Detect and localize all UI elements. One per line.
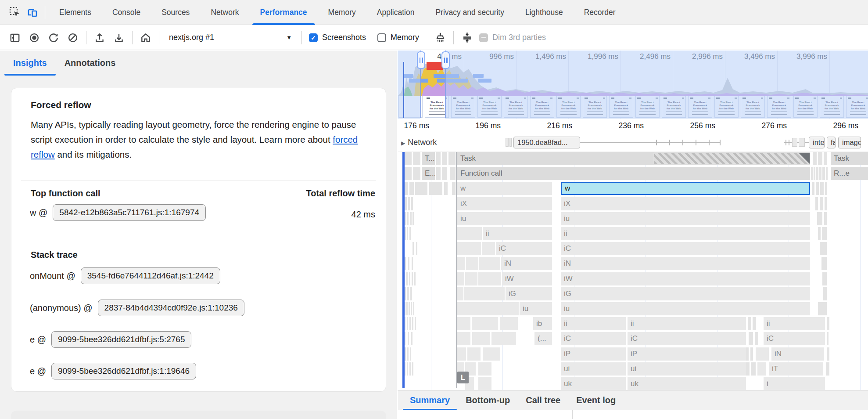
flame-fragment[interactable] (407, 317, 408, 330)
flame-fragment[interactable] (410, 212, 412, 225)
flame-event-functioncall[interactable]: Function call (457, 167, 810, 180)
flame-fragment[interactable] (408, 332, 409, 345)
flame-fragment[interactable] (464, 287, 505, 300)
flame-event-re[interactable]: R...e (831, 167, 868, 180)
flame-fragment[interactable] (746, 362, 750, 376)
flame-fragment[interactable] (825, 197, 827, 210)
tab-elements[interactable]: Elements (49, 0, 102, 25)
flame-fragment[interactable] (811, 167, 813, 180)
flame-event-ig[interactable]: iG (561, 287, 810, 300)
flame-fragment[interactable] (826, 167, 828, 180)
flame-fragment[interactable] (472, 317, 498, 330)
flame-event-ii[interactable]: ii (483, 227, 552, 240)
flame-fragment[interactable] (825, 182, 827, 195)
flame-fragment[interactable] (412, 257, 413, 270)
flame-fragment[interactable] (478, 377, 491, 390)
source-location-chip[interactable]: 9099-5bee326dd621dfbf.js:5:2765 (51, 331, 191, 348)
flame-chart[interactable]: T...TaskTaskE...Function callR...ewwiXiX… (398, 152, 868, 390)
tab-network[interactable]: Network (200, 0, 249, 25)
flame-event-ib[interactable]: ib (533, 317, 552, 330)
flame-fragment[interactable] (407, 212, 409, 225)
flame-fragment[interactable] (410, 287, 412, 300)
tab-summary[interactable]: Summary (402, 390, 458, 411)
flame-fragment[interactable] (407, 227, 408, 240)
flame-fragment[interactable] (412, 242, 414, 255)
flame-event-uk[interactable]: uk (628, 377, 746, 390)
tab-console[interactable]: Console (102, 0, 151, 25)
network-request-chip[interactable]: image (838, 137, 861, 148)
flame-fragment[interactable] (405, 347, 406, 361)
flame-event-in[interactable]: iN (771, 347, 824, 361)
flame-fragment[interactable] (824, 212, 827, 225)
flame-event-iw[interactable]: iW (502, 272, 552, 285)
network-request-chip[interactable]: 1950.dea8fad... (513, 137, 580, 148)
flame-fragment[interactable] (406, 272, 408, 285)
flame-fragment[interactable] (821, 257, 827, 270)
flame-event-t[interactable]: T... (422, 152, 435, 165)
clear-icon[interactable] (63, 28, 82, 47)
flame-event-uk[interactable]: uk (561, 377, 626, 390)
flame-fragment[interactable] (818, 302, 827, 315)
flame-fragment[interactable] (823, 287, 827, 300)
collect-garbage-icon[interactable] (430, 28, 450, 47)
flame-event-ic[interactable]: iC (628, 332, 746, 345)
flame-fragment[interactable] (450, 167, 456, 180)
flame-fragment[interactable] (457, 302, 519, 315)
flame-fragment[interactable] (407, 287, 409, 300)
flame-event-iw[interactable]: iW (561, 272, 810, 285)
source-location-chip[interactable]: 3545-fd6e7644112d46af.js:1:2442 (81, 267, 220, 284)
flame-fragment[interactable] (410, 347, 411, 361)
tab-application[interactable]: Application (366, 0, 425, 25)
flame-event-in[interactable]: iN (501, 257, 552, 270)
flame-fragment[interactable] (405, 227, 406, 240)
flame-fragment[interactable] (819, 167, 821, 180)
flame-event-ix[interactable]: iX (561, 197, 810, 210)
flame-fragment[interactable] (814, 167, 815, 180)
flame-fragment[interactable] (416, 242, 417, 255)
flame-event-ii[interactable]: ii (561, 317, 626, 330)
flame-fragment[interactable] (816, 167, 818, 180)
timeline-overview[interactable]: 496 ms996 ms1,496 ms1,996 ms2,496 ms2,99… (398, 51, 868, 119)
flame-fragment[interactable] (827, 317, 829, 330)
flame-fragment[interactable] (820, 242, 827, 255)
tab-privacy-and-security[interactable]: Privacy and security (425, 0, 515, 25)
tab-annotations[interactable]: Annotations (56, 51, 125, 76)
flame-fragment[interactable] (436, 152, 441, 165)
flame-fragment[interactable] (409, 362, 411, 376)
network-request-chip[interactable]: fa (827, 137, 836, 148)
flame-fragment[interactable] (822, 227, 827, 240)
flame-fragment[interactable] (813, 152, 817, 165)
device-toolbar-icon[interactable] (24, 4, 41, 21)
flame-event-ii[interactable]: ii (764, 317, 825, 330)
flame-fragment[interactable] (411, 197, 413, 210)
flame-fragment[interactable] (412, 212, 414, 225)
flame-event-task[interactable]: Task (831, 152, 868, 165)
tab-lighthouse[interactable]: Lighthouse (515, 0, 574, 25)
window-right-handle[interactable] (441, 51, 450, 69)
flame-fragment[interactable] (483, 347, 500, 361)
flame-fragment[interactable] (457, 242, 481, 255)
flame-fragment[interactable] (409, 302, 410, 315)
flame-event-in[interactable]: iN (561, 257, 810, 270)
memory-label[interactable]: Memory (391, 33, 419, 42)
flame-fragment[interactable] (412, 317, 413, 330)
flame-fragment[interactable] (827, 332, 829, 345)
flame-event-it[interactable]: iT (769, 362, 823, 376)
source-location-chip[interactable]: 2837-84b4d4394cd0f92e.js:1:10236 (98, 300, 244, 316)
history-select[interactable]: nextjs.org #1 ▼ (165, 29, 296, 47)
flame-fragment[interactable] (478, 362, 491, 376)
flame-event-ic[interactable]: iC (496, 242, 552, 255)
flame-fragment[interactable] (457, 227, 482, 240)
flame-fragment[interactable] (822, 167, 825, 180)
screenshots-checkbox[interactable]: ✓ (309, 33, 318, 42)
flame-fragment[interactable] (405, 152, 412, 165)
flame-fragment[interactable] (815, 197, 818, 210)
flame-fragment[interactable] (826, 362, 829, 376)
flame-fragment[interactable] (472, 332, 490, 345)
flame-fragment[interactable] (414, 272, 416, 285)
tab-insights[interactable]: Insights (4, 51, 56, 76)
source-location-chip[interactable]: 5842-e12b863a5c711761.js:1:167974 (53, 204, 206, 221)
flame-fragment[interactable] (408, 257, 409, 270)
flame-fragment[interactable] (755, 332, 758, 345)
upload-profile-icon[interactable] (90, 28, 109, 47)
